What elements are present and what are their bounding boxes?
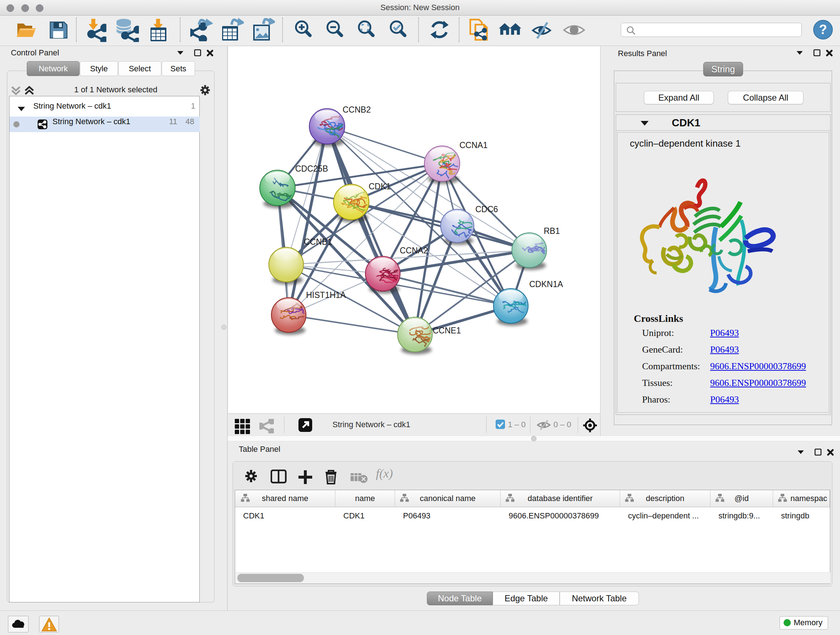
svg-text:CDC25B: CDC25B — [295, 164, 328, 173]
svg-text:CCNE1: CCNE1 — [433, 326, 461, 335]
svg-text:CCNB2: CCNB2 — [343, 105, 371, 114]
svg-text:CDK1: CDK1 — [369, 182, 391, 191]
svg-text:?: ? — [819, 22, 827, 37]
svg-text:HIST1H1A: HIST1H1A — [306, 290, 346, 300]
svg-text:CCNB1: CCNB1 — [304, 237, 332, 247]
svg-text:CDC6: CDC6 — [475, 204, 498, 214]
svg-text:RB1: RB1 — [544, 226, 560, 236]
svg-text:CCNA2: CCNA2 — [400, 246, 428, 255]
svg-text:CDKN1A: CDKN1A — [529, 279, 563, 289]
svg-text:CCNA1: CCNA1 — [459, 141, 488, 150]
